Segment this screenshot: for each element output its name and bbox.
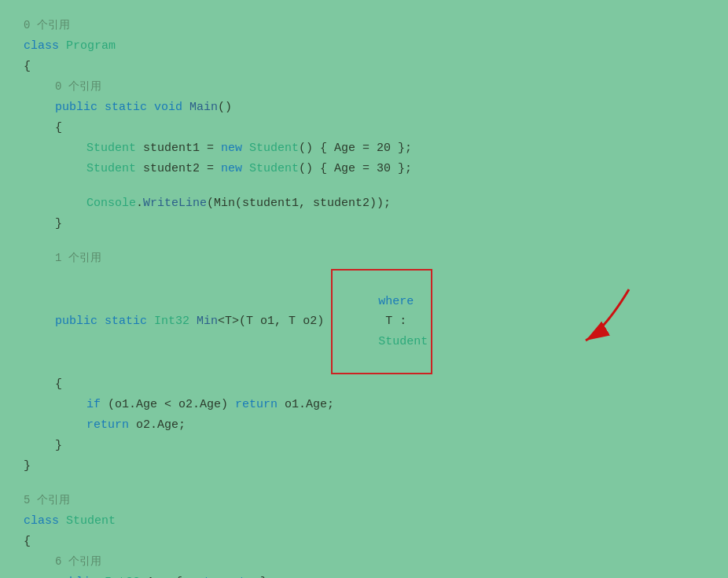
ref-comment-5: 5 个引用 — [24, 491, 704, 511]
ref-comment-0: 0 个引用 — [24, 16, 704, 36]
empty-line-2 — [24, 234, 704, 249]
annotation-arrow — [542, 282, 645, 352]
main-method-line: public static void Main () — [24, 98, 704, 118]
brace-open-4: { — [24, 532, 704, 552]
brace-close-2: } — [24, 436, 704, 456]
keyword-class: class — [24, 36, 59, 57]
writeline-line: Console . WriteLine (Min(student1, stude… — [24, 193, 704, 214]
ref-comment-6: 6 个引用 — [24, 552, 704, 572]
student1-line: Student student1 = new Student () { Age … — [24, 138, 704, 159]
brace-open-3: { — [24, 374, 704, 395]
ref-comment-1: 1 个引用 — [24, 249, 704, 269]
if-line: if (o1.Age < o2.Age) return o1.Age; — [24, 395, 704, 415]
brace-close-3: } — [24, 456, 704, 477]
class-student-line: class Student — [24, 511, 704, 532]
age-property-line: public Int32 Age { get ; set ; } — [24, 572, 704, 579]
student2-line: Student student2 = new Student () { Age … — [24, 159, 704, 179]
class-name-program: Program — [66, 36, 116, 57]
brace-open-1: { — [24, 57, 704, 77]
where-constraint-highlight: where T : Student — [331, 269, 432, 374]
brace-open-2: { — [24, 118, 704, 138]
return-line: return o2.Age; — [24, 415, 704, 436]
ref-comment-0b: 0 个引用 — [24, 77, 704, 98]
empty-line-3 — [24, 477, 704, 491]
empty-line-1 — [24, 179, 704, 193]
brace-close-1: } — [24, 214, 704, 234]
class-program-line: class Program — [24, 36, 704, 57]
code-container: 0 个引用 class Program { 0 个引用 public stati… — [0, 0, 728, 578]
